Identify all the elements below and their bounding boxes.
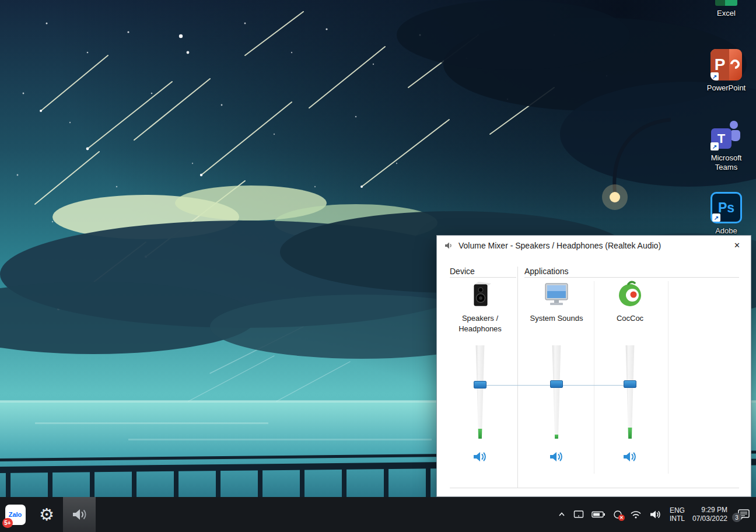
- notification-count-badge: 3: [732, 513, 741, 522]
- column-divider: [668, 281, 668, 474]
- gear-icon: ⚙: [39, 506, 54, 523]
- slider-track[interactable]: [625, 345, 635, 439]
- system-tray: ✕ ENG INTL 9:29 PM: [558, 506, 756, 523]
- level-meter: [625, 428, 635, 439]
- slider-thumb[interactable]: [550, 380, 563, 388]
- device-applications-divider: [517, 267, 518, 488]
- device-section-header: Device: [450, 267, 475, 276]
- desktop-icon-excel[interactable]: Excel: [701, 0, 752, 18]
- desktop-icon-photoshop[interactable]: Ps ↗ Adobe: [701, 192, 752, 236]
- volume-mixer-titlebar[interactable]: Volume Mixer - Speakers / Headphones (Re…: [437, 236, 751, 256]
- excel-icon-label: Excel: [701, 9, 752, 18]
- language-line1: ENG: [670, 506, 685, 514]
- speakers-device-icon[interactable]: [466, 280, 494, 308]
- slider-track[interactable]: [475, 345, 485, 439]
- taskbar-clock[interactable]: 9:29 PM 07/03/2022: [692, 506, 727, 523]
- slider-thumb[interactable]: [624, 380, 636, 388]
- applications-section-header: Applications: [524, 267, 569, 276]
- volume-slider-system-sounds[interactable]: [550, 345, 563, 439]
- system-sounds-icon[interactable]: [542, 280, 570, 308]
- column-divider: [594, 281, 594, 474]
- excel-icon: [715, 0, 737, 6]
- speaker-icon: [649, 509, 662, 520]
- shortcut-arrow-icon: ↗: [712, 214, 720, 222]
- tray-device-error-icon[interactable]: ✕: [613, 510, 622, 519]
- error-x-badge: ✕: [618, 514, 625, 521]
- teams-icon: T ↗: [710, 119, 742, 150]
- mixer-channel-system-sounds: System Sounds: [522, 276, 592, 473]
- volume-mixer-title-icon: [444, 241, 453, 250]
- tray-network-icon[interactable]: [630, 510, 642, 519]
- channel-label: Speakers / Headphones: [445, 313, 515, 334]
- language-line2: INTL: [670, 514, 685, 523]
- language-indicator[interactable]: ENG INTL: [670, 506, 685, 523]
- mute-button-system-sounds[interactable]: [548, 449, 565, 464]
- coccoc-icon[interactable]: [616, 280, 644, 308]
- powerpoint-icon-label: PowerPoint: [701, 83, 752, 93]
- zalo-notification-badge: 5+: [2, 518, 13, 528]
- volume-mixer-app-icon: [71, 507, 88, 522]
- clock-time: 9:29 PM: [692, 506, 727, 514]
- powerpoint-pie-glyph: [729, 58, 742, 71]
- tablet-icon: [573, 510, 584, 519]
- speaker-icon: [548, 450, 565, 464]
- mixer-channel-speakers: Speakers / Headphones: [445, 276, 515, 473]
- bottom-rule: [450, 488, 739, 488]
- wifi-icon: [630, 510, 642, 519]
- volume-slider-speakers[interactable]: [474, 345, 487, 439]
- chevron-up-icon: [558, 510, 566, 519]
- taskbar-volume-mixer-button[interactable]: [63, 497, 96, 532]
- tray-volume-icon[interactable]: [649, 509, 662, 520]
- shortcut-arrow-icon: ↗: [710, 72, 719, 80]
- action-center-button[interactable]: 3: [737, 509, 750, 520]
- photoshop-letters: Ps: [718, 200, 734, 216]
- speaker-icon: [472, 450, 488, 464]
- shortcut-arrow-icon: ↗: [710, 142, 719, 150]
- desktop-icon-powerpoint[interactable]: P ↗ PowerPoint: [701, 49, 752, 93]
- tray-tablet-icon[interactable]: [573, 510, 584, 519]
- volume-mixer-window: Volume Mixer - Speakers / Headphones (Re…: [436, 235, 751, 497]
- desktop-icon-teams[interactable]: T ↗ Microsoft Teams: [701, 119, 752, 173]
- photoshop-icon-label: Adobe: [701, 226, 752, 236]
- slider-track[interactable]: [551, 345, 562, 439]
- teams-icon-label: Microsoft Teams: [701, 153, 752, 173]
- mute-button-speakers[interactable]: [471, 449, 489, 464]
- battery-icon: [592, 510, 606, 519]
- powerpoint-icon: P ↗: [710, 49, 742, 80]
- mute-button-coccoc[interactable]: [621, 449, 639, 464]
- volume-slider-coccoc[interactable]: [624, 345, 636, 439]
- photoshop-icon: Ps ↗: [710, 192, 742, 223]
- channel-label: CocCoc: [595, 313, 665, 324]
- window-title: Volume Mixer - Speakers / Headphones (Re…: [459, 241, 661, 250]
- tray-battery-icon[interactable]: [592, 510, 606, 519]
- mixer-channel-coccoc: CocCoc: [595, 276, 665, 473]
- level-meter: [475, 429, 485, 439]
- channel-label: System Sounds: [522, 313, 592, 324]
- teams-person-head-glyph: [730, 121, 738, 129]
- tray-overflow-chevron[interactable]: [558, 510, 566, 519]
- taskbar-settings-button[interactable]: ⚙: [30, 497, 63, 532]
- teams-person-body-glyph: [730, 130, 740, 141]
- slider-thumb[interactable]: [474, 381, 487, 388]
- speaker-icon: [622, 450, 638, 464]
- taskbar: Zalo 5+ ⚙: [0, 497, 756, 532]
- close-icon[interactable]: ✕: [724, 236, 750, 254]
- level-meter: [551, 435, 562, 439]
- clock-date: 07/03/2022: [692, 514, 727, 523]
- taskbar-zalo-button[interactable]: Zalo 5+: [0, 497, 30, 532]
- desktop: Excel P ↗ PowerPoint T ↗ Microsoft Teams…: [0, 0, 756, 532]
